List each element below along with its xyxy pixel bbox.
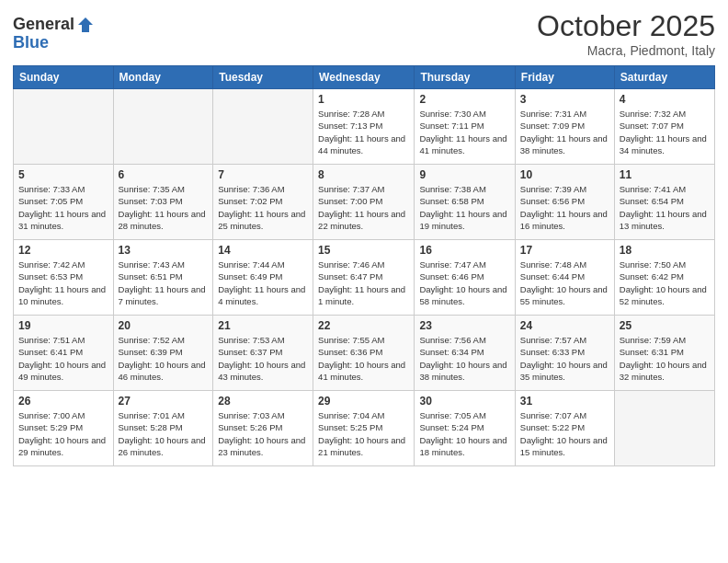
table-row: 24Sunrise: 7:57 AM Sunset: 6:33 PM Dayli… xyxy=(515,316,614,391)
day-number: 7 xyxy=(218,168,308,181)
day-number: 31 xyxy=(520,395,609,408)
table-row: 4Sunrise: 7:32 AM Sunset: 7:07 PM Daylig… xyxy=(614,89,714,165)
calendar-table: Sunday Monday Tuesday Wednesday Thursday… xyxy=(13,65,715,466)
day-number: 26 xyxy=(18,395,108,408)
table-row: 26Sunrise: 7:00 AM Sunset: 5:29 PM Dayli… xyxy=(14,391,114,466)
day-info: Sunrise: 7:51 AM Sunset: 6:41 PM Dayligh… xyxy=(18,334,108,383)
table-row: 8Sunrise: 7:37 AM Sunset: 7:00 PM Daylig… xyxy=(313,165,415,240)
day-number: 18 xyxy=(620,244,710,257)
day-number: 11 xyxy=(620,168,710,181)
day-number: 23 xyxy=(419,319,509,332)
day-number: 2 xyxy=(419,93,509,106)
week-row-2: 5Sunrise: 7:33 AM Sunset: 7:05 PM Daylig… xyxy=(14,165,715,240)
table-row: 28Sunrise: 7:03 AM Sunset: 5:26 PM Dayli… xyxy=(213,391,313,466)
day-number: 19 xyxy=(18,319,108,332)
table-row: 13Sunrise: 7:43 AM Sunset: 6:51 PM Dayli… xyxy=(113,240,213,316)
col-tuesday: Tuesday xyxy=(213,66,313,89)
day-number: 14 xyxy=(218,244,308,257)
day-info: Sunrise: 7:00 AM Sunset: 5:29 PM Dayligh… xyxy=(18,409,108,458)
day-info: Sunrise: 7:59 AM Sunset: 6:31 PM Dayligh… xyxy=(620,334,710,383)
day-info: Sunrise: 7:37 AM Sunset: 7:00 PM Dayligh… xyxy=(318,183,409,232)
day-info: Sunrise: 7:03 AM Sunset: 5:26 PM Dayligh… xyxy=(218,409,308,458)
table-row: 10Sunrise: 7:39 AM Sunset: 6:56 PM Dayli… xyxy=(515,165,614,240)
col-thursday: Thursday xyxy=(415,66,515,89)
table-row: 25Sunrise: 7:59 AM Sunset: 6:31 PM Dayli… xyxy=(614,316,714,391)
day-info: Sunrise: 7:44 AM Sunset: 6:49 PM Dayligh… xyxy=(218,259,308,307)
day-number: 21 xyxy=(218,319,308,332)
logo-general: General xyxy=(13,16,74,34)
day-info: Sunrise: 7:32 AM Sunset: 7:07 PM Dayligh… xyxy=(620,108,710,156)
day-info: Sunrise: 7:07 AM Sunset: 5:22 PM Dayligh… xyxy=(520,409,609,458)
week-row-1: 1Sunrise: 7:28 AM Sunset: 7:13 PM Daylig… xyxy=(14,89,715,165)
day-info: Sunrise: 7:35 AM Sunset: 7:03 PM Dayligh… xyxy=(119,183,209,232)
col-wednesday: Wednesday xyxy=(313,66,415,89)
day-number: 12 xyxy=(18,244,108,257)
table-row: 20Sunrise: 7:52 AM Sunset: 6:39 PM Dayli… xyxy=(113,316,213,391)
day-info: Sunrise: 7:28 AM Sunset: 7:13 PM Dayligh… xyxy=(318,108,409,156)
day-number: 30 xyxy=(419,395,509,408)
day-number: 20 xyxy=(119,319,209,332)
table-row xyxy=(614,391,714,466)
table-row: 11Sunrise: 7:41 AM Sunset: 6:54 PM Dayli… xyxy=(614,165,714,240)
table-row: 6Sunrise: 7:35 AM Sunset: 7:03 PM Daylig… xyxy=(113,165,213,240)
table-row xyxy=(14,89,114,165)
title-month: October 2025 xyxy=(537,9,715,43)
day-info: Sunrise: 7:36 AM Sunset: 7:02 PM Dayligh… xyxy=(218,183,308,232)
table-row: 15Sunrise: 7:46 AM Sunset: 6:47 PM Dayli… xyxy=(313,240,415,316)
table-row: 17Sunrise: 7:48 AM Sunset: 6:44 PM Dayli… xyxy=(515,240,614,316)
table-row: 1Sunrise: 7:28 AM Sunset: 7:13 PM Daylig… xyxy=(313,89,415,165)
header: General Blue October 2025 Macra, Piedmon… xyxy=(13,9,715,58)
table-row: 23Sunrise: 7:56 AM Sunset: 6:34 PM Dayli… xyxy=(415,316,515,391)
table-row: 14Sunrise: 7:44 AM Sunset: 6:49 PM Dayli… xyxy=(213,240,313,316)
day-info: Sunrise: 7:01 AM Sunset: 5:28 PM Dayligh… xyxy=(119,409,209,458)
week-row-3: 12Sunrise: 7:42 AM Sunset: 6:53 PM Dayli… xyxy=(14,240,715,316)
title-location: Macra, Piedmont, Italy xyxy=(537,43,715,58)
day-info: Sunrise: 7:04 AM Sunset: 5:25 PM Dayligh… xyxy=(318,409,409,458)
day-number: 24 xyxy=(520,319,609,332)
day-number: 1 xyxy=(318,93,409,106)
table-row xyxy=(113,89,213,165)
day-info: Sunrise: 7:30 AM Sunset: 7:11 PM Dayligh… xyxy=(419,108,509,156)
day-number: 17 xyxy=(520,244,609,257)
table-row: 5Sunrise: 7:33 AM Sunset: 7:05 PM Daylig… xyxy=(14,165,114,240)
col-saturday: Saturday xyxy=(614,66,714,89)
day-info: Sunrise: 7:41 AM Sunset: 6:54 PM Dayligh… xyxy=(620,183,710,232)
day-number: 5 xyxy=(18,168,108,181)
table-row: 21Sunrise: 7:53 AM Sunset: 6:37 PM Dayli… xyxy=(213,316,313,391)
table-row: 16Sunrise: 7:47 AM Sunset: 6:46 PM Dayli… xyxy=(415,240,515,316)
table-row: 9Sunrise: 7:38 AM Sunset: 6:58 PM Daylig… xyxy=(415,165,515,240)
day-number: 13 xyxy=(119,244,209,257)
table-row: 12Sunrise: 7:42 AM Sunset: 6:53 PM Dayli… xyxy=(14,240,114,316)
logo-icon xyxy=(76,16,95,34)
day-number: 28 xyxy=(218,395,308,408)
table-row: 30Sunrise: 7:05 AM Sunset: 5:24 PM Dayli… xyxy=(415,391,515,466)
day-number: 29 xyxy=(318,395,409,408)
table-row: 31Sunrise: 7:07 AM Sunset: 5:22 PM Dayli… xyxy=(515,391,614,466)
table-row: 3Sunrise: 7:31 AM Sunset: 7:09 PM Daylig… xyxy=(515,89,614,165)
week-row-5: 26Sunrise: 7:00 AM Sunset: 5:29 PM Dayli… xyxy=(14,391,715,466)
day-info: Sunrise: 7:57 AM Sunset: 6:33 PM Dayligh… xyxy=(520,334,609,383)
col-friday: Friday xyxy=(515,66,614,89)
table-row: 29Sunrise: 7:04 AM Sunset: 5:25 PM Dayli… xyxy=(313,391,415,466)
day-info: Sunrise: 7:38 AM Sunset: 6:58 PM Dayligh… xyxy=(419,183,509,232)
table-row: 22Sunrise: 7:55 AM Sunset: 6:36 PM Dayli… xyxy=(313,316,415,391)
table-row: 2Sunrise: 7:30 AM Sunset: 7:11 PM Daylig… xyxy=(415,89,515,165)
col-sunday: Sunday xyxy=(14,66,114,89)
day-number: 9 xyxy=(419,168,509,181)
day-info: Sunrise: 7:43 AM Sunset: 6:51 PM Dayligh… xyxy=(119,259,209,307)
table-row: 27Sunrise: 7:01 AM Sunset: 5:28 PM Dayli… xyxy=(113,391,213,466)
page: General Blue October 2025 Macra, Piedmon… xyxy=(0,0,728,563)
day-info: Sunrise: 7:55 AM Sunset: 6:36 PM Dayligh… xyxy=(318,334,409,383)
header-row: Sunday Monday Tuesday Wednesday Thursday… xyxy=(14,66,715,89)
day-info: Sunrise: 7:52 AM Sunset: 6:39 PM Dayligh… xyxy=(119,334,209,383)
day-info: Sunrise: 7:47 AM Sunset: 6:46 PM Dayligh… xyxy=(419,259,509,307)
day-info: Sunrise: 7:42 AM Sunset: 6:53 PM Dayligh… xyxy=(18,259,108,307)
day-info: Sunrise: 7:56 AM Sunset: 6:34 PM Dayligh… xyxy=(419,334,509,383)
day-info: Sunrise: 7:05 AM Sunset: 5:24 PM Dayligh… xyxy=(419,409,509,458)
day-number: 27 xyxy=(119,395,209,408)
table-row: 18Sunrise: 7:50 AM Sunset: 6:42 PM Dayli… xyxy=(614,240,714,316)
day-number: 10 xyxy=(520,168,609,181)
day-number: 8 xyxy=(318,168,409,181)
day-number: 16 xyxy=(419,244,509,257)
day-info: Sunrise: 7:39 AM Sunset: 6:56 PM Dayligh… xyxy=(520,183,609,232)
